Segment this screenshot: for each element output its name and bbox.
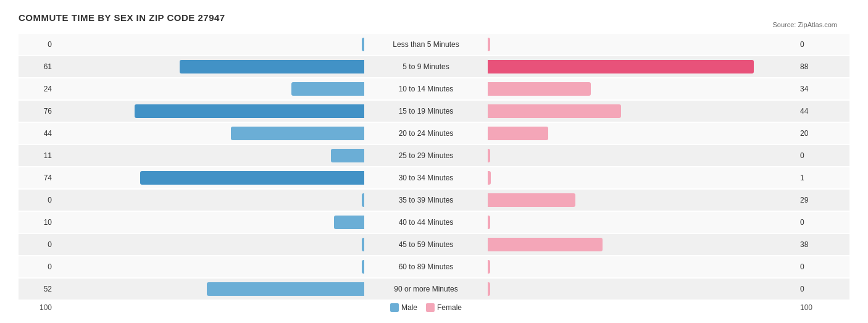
male-bar-container bbox=[56, 171, 364, 185]
chart-row: 0Less than 5 Minutes0 bbox=[19, 34, 849, 55]
female-bar-container bbox=[488, 260, 796, 274]
female-bar bbox=[488, 149, 490, 162]
male-bar-container bbox=[56, 127, 364, 140]
male-bar bbox=[331, 149, 364, 162]
chart-row: 7615 to 19 Minutes44 bbox=[19, 101, 849, 122]
chart-row: 1040 to 44 Minutes0 bbox=[19, 212, 849, 233]
row-label: 35 to 39 Minutes bbox=[364, 196, 488, 204]
legend-female: Female bbox=[426, 303, 462, 312]
chart-row: 2410 to 14 Minutes34 bbox=[19, 78, 849, 99]
female-bar-container bbox=[488, 171, 796, 185]
male-value: 11 bbox=[19, 151, 56, 160]
female-bar-container bbox=[488, 127, 796, 140]
chart-row: 045 to 59 Minutes38 bbox=[19, 234, 849, 255]
female-bar bbox=[488, 216, 490, 229]
female-value: 34 bbox=[796, 85, 833, 93]
row-label: 25 to 29 Minutes bbox=[364, 151, 488, 160]
chart-row: 035 to 39 Minutes29 bbox=[19, 190, 849, 211]
male-value: 10 bbox=[19, 218, 56, 227]
chart-title: COMMUTE TIME BY SEX IN ZIP CODE 27947 bbox=[19, 12, 849, 23]
male-bar bbox=[180, 60, 364, 73]
female-bar-container bbox=[488, 193, 796, 207]
row-label: Less than 5 Minutes bbox=[364, 40, 488, 49]
female-value: 44 bbox=[796, 107, 833, 115]
male-bar bbox=[334, 216, 364, 229]
female-bar bbox=[488, 260, 490, 274]
female-bar bbox=[488, 38, 490, 51]
legend-male: Male bbox=[390, 303, 417, 312]
female-value: 29 bbox=[796, 196, 833, 204]
female-bar-container bbox=[488, 104, 796, 118]
male-legend-box bbox=[390, 303, 399, 312]
female-value: 38 bbox=[796, 240, 833, 249]
source-label: Source: ZipAtlas.com bbox=[772, 21, 837, 28]
chart-row: 4420 to 24 Minutes20 bbox=[19, 123, 849, 144]
male-label: Male bbox=[401, 303, 417, 312]
female-bar bbox=[488, 171, 491, 185]
female-bar bbox=[488, 127, 548, 140]
male-bar-container bbox=[56, 260, 364, 274]
row-label: 15 to 19 Minutes bbox=[364, 107, 488, 115]
female-bar bbox=[488, 238, 603, 251]
male-bar bbox=[207, 282, 364, 296]
male-value: 0 bbox=[19, 40, 56, 49]
female-bar bbox=[488, 60, 754, 73]
male-bar-container bbox=[56, 104, 364, 118]
row-label: 10 to 14 Minutes bbox=[364, 85, 488, 93]
male-bar bbox=[291, 82, 364, 96]
axis-right-label: 100 bbox=[796, 303, 833, 312]
female-bar-container bbox=[488, 149, 796, 162]
male-value: 0 bbox=[19, 196, 56, 204]
male-value: 52 bbox=[19, 285, 56, 293]
female-bar bbox=[488, 193, 575, 207]
male-bar bbox=[135, 104, 364, 118]
male-bar-container bbox=[56, 193, 364, 207]
male-value: 0 bbox=[19, 262, 56, 271]
row-label: 5 to 9 Minutes bbox=[364, 62, 488, 71]
row-label: 40 to 44 Minutes bbox=[364, 218, 488, 227]
female-bar-container bbox=[488, 282, 796, 296]
female-value: 20 bbox=[796, 129, 833, 138]
female-value: 0 bbox=[796, 285, 833, 293]
female-value: 0 bbox=[796, 40, 833, 49]
male-bar-container bbox=[56, 82, 364, 96]
axis-left-label: 100 bbox=[19, 303, 56, 312]
chart-row: 7430 to 34 Minutes1 bbox=[19, 167, 849, 188]
female-value: 0 bbox=[796, 218, 833, 227]
male-bar-container bbox=[56, 238, 364, 251]
female-value: 0 bbox=[796, 151, 833, 160]
female-value: 1 bbox=[796, 174, 833, 182]
row-label: 20 to 24 Minutes bbox=[364, 129, 488, 138]
male-bar bbox=[140, 171, 364, 185]
male-value: 24 bbox=[19, 85, 56, 93]
legend: Male Female bbox=[364, 303, 488, 312]
female-bar-container bbox=[488, 238, 796, 251]
female-bar-container bbox=[488, 38, 796, 51]
female-bar bbox=[488, 104, 621, 118]
male-value: 44 bbox=[19, 129, 56, 138]
female-legend-box bbox=[426, 303, 435, 312]
female-bar-container bbox=[488, 82, 796, 96]
male-bar bbox=[231, 127, 364, 140]
chart-row: 060 to 89 Minutes0 bbox=[19, 256, 849, 277]
female-label: Female bbox=[437, 303, 462, 312]
male-value: 74 bbox=[19, 174, 56, 182]
male-bar-container bbox=[56, 60, 364, 73]
axis-row: 100 Male Female 100 bbox=[19, 303, 849, 312]
female-bar bbox=[488, 82, 591, 96]
male-value: 0 bbox=[19, 240, 56, 249]
chart-row: 615 to 9 Minutes88 bbox=[19, 56, 849, 77]
row-label: 60 to 89 Minutes bbox=[364, 262, 488, 271]
row-label: 30 to 34 Minutes bbox=[364, 174, 488, 182]
male-bar-container bbox=[56, 38, 364, 51]
chart-row: 5290 or more Minutes0 bbox=[19, 279, 849, 300]
row-label: 90 or more Minutes bbox=[364, 285, 488, 293]
male-bar-container bbox=[56, 216, 364, 229]
female-bar-container bbox=[488, 60, 796, 73]
chart-row: 1125 to 29 Minutes0 bbox=[19, 145, 849, 166]
male-bar-container bbox=[56, 149, 364, 162]
female-value: 88 bbox=[796, 62, 833, 71]
female-bar bbox=[488, 282, 490, 296]
male-bar-container bbox=[56, 282, 364, 296]
female-bar-container bbox=[488, 216, 796, 229]
